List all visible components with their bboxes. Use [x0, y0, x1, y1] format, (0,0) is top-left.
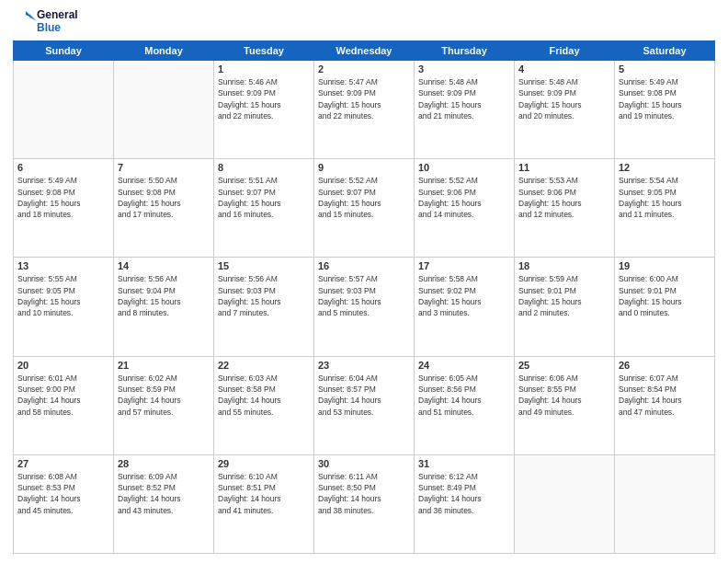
day-info: Sunrise: 5:48 AM Sunset: 9:09 PM Dayligh… — [518, 76, 610, 121]
day-info: Sunrise: 5:58 AM Sunset: 9:02 PM Dayligh… — [418, 273, 510, 318]
calendar-cell — [14, 61, 114, 159]
logo-text-block: General Blue — [37, 9, 78, 35]
calendar-body: 1Sunrise: 5:46 AM Sunset: 9:09 PM Daylig… — [14, 61, 715, 554]
day-number: 18 — [518, 260, 610, 271]
calendar-cell: 1Sunrise: 5:46 AM Sunset: 9:09 PM Daylig… — [214, 61, 314, 159]
day-number: 17 — [418, 260, 510, 271]
day-info: Sunrise: 5:53 AM Sunset: 9:06 PM Dayligh… — [518, 175, 610, 220]
calendar-cell — [615, 454, 715, 553]
weekday-header: Sunday — [14, 41, 114, 61]
calendar-cell: 5Sunrise: 5:49 AM Sunset: 9:08 PM Daylig… — [615, 61, 715, 159]
calendar-cell — [114, 61, 214, 159]
calendar-week-row: 20Sunrise: 6:01 AM Sunset: 9:00 PM Dayli… — [14, 356, 715, 454]
day-number: 21 — [118, 360, 210, 371]
day-number: 9 — [318, 162, 410, 173]
day-info: Sunrise: 6:05 AM Sunset: 8:56 PM Dayligh… — [418, 373, 510, 418]
day-number: 8 — [218, 162, 310, 173]
day-info: Sunrise: 5:47 AM Sunset: 9:09 PM Dayligh… — [318, 76, 410, 121]
calendar-cell: 12Sunrise: 5:54 AM Sunset: 9:05 PM Dayli… — [615, 159, 715, 258]
calendar-cell: 3Sunrise: 5:48 AM Sunset: 9:09 PM Daylig… — [415, 61, 515, 159]
calendar-cell: 2Sunrise: 5:47 AM Sunset: 9:09 PM Daylig… — [314, 61, 415, 159]
day-info: Sunrise: 5:56 AM Sunset: 9:04 PM Dayligh… — [118, 273, 210, 318]
calendar-cell: 7Sunrise: 5:50 AM Sunset: 9:08 PM Daylig… — [114, 159, 214, 258]
day-info: Sunrise: 6:06 AM Sunset: 8:55 PM Dayligh… — [518, 373, 610, 418]
calendar-cell: 13Sunrise: 5:55 AM Sunset: 9:05 PM Dayli… — [14, 258, 114, 356]
calendar-week-row: 1Sunrise: 5:46 AM Sunset: 9:09 PM Daylig… — [14, 61, 715, 159]
day-number: 26 — [619, 360, 711, 371]
day-number: 1 — [218, 63, 310, 75]
day-number: 10 — [418, 162, 510, 173]
day-info: Sunrise: 5:48 AM Sunset: 9:09 PM Dayligh… — [418, 76, 510, 121]
day-info: Sunrise: 6:01 AM Sunset: 9:00 PM Dayligh… — [17, 373, 109, 418]
calendar-week-row: 27Sunrise: 6:08 AM Sunset: 8:53 PM Dayli… — [14, 454, 715, 553]
day-info: Sunrise: 6:09 AM Sunset: 8:52 PM Dayligh… — [118, 471, 210, 516]
calendar-cell: 23Sunrise: 6:04 AM Sunset: 8:57 PM Dayli… — [314, 356, 415, 454]
weekday-header: Wednesday — [314, 41, 415, 61]
weekday-row: SundayMondayTuesdayWednesdayThursdayFrid… — [14, 41, 715, 61]
day-number: 28 — [118, 458, 210, 469]
day-info: Sunrise: 6:03 AM Sunset: 8:58 PM Dayligh… — [218, 373, 310, 418]
weekday-header: Monday — [114, 41, 214, 61]
day-number: 29 — [218, 458, 310, 469]
day-number: 4 — [518, 63, 610, 75]
day-info: Sunrise: 6:12 AM Sunset: 8:49 PM Dayligh… — [418, 471, 510, 516]
day-info: Sunrise: 6:11 AM Sunset: 8:50 PM Dayligh… — [318, 471, 410, 516]
day-number: 15 — [218, 260, 310, 271]
calendar-cell: 10Sunrise: 5:52 AM Sunset: 9:06 PM Dayli… — [415, 159, 515, 258]
weekday-header: Saturday — [615, 41, 715, 61]
day-number: 22 — [218, 360, 310, 371]
day-number: 31 — [418, 458, 510, 469]
calendar-cell: 30Sunrise: 6:11 AM Sunset: 8:50 PM Dayli… — [314, 454, 415, 553]
day-number: 11 — [518, 162, 610, 173]
logo-container: General Blue — [13, 9, 78, 35]
logo-blue-text: Blue — [37, 22, 78, 35]
header: General Blue — [13, 9, 715, 35]
calendar-cell: 22Sunrise: 6:03 AM Sunset: 8:58 PM Dayli… — [214, 356, 314, 454]
calendar-header: SundayMondayTuesdayWednesdayThursdayFrid… — [14, 41, 715, 61]
day-number: 27 — [17, 458, 109, 469]
logo: General Blue — [13, 9, 78, 35]
weekday-header: Tuesday — [214, 41, 314, 61]
day-info: Sunrise: 5:51 AM Sunset: 9:07 PM Dayligh… — [218, 175, 310, 220]
calendar-cell: 11Sunrise: 5:53 AM Sunset: 9:06 PM Dayli… — [515, 159, 615, 258]
day-info: Sunrise: 5:52 AM Sunset: 9:06 PM Dayligh… — [418, 175, 510, 220]
day-number: 30 — [318, 458, 410, 469]
day-number: 3 — [418, 63, 510, 75]
day-info: Sunrise: 5:54 AM Sunset: 9:05 PM Dayligh… — [619, 175, 711, 220]
day-number: 12 — [619, 162, 711, 173]
page: General Blue SundayMondayTuesdayWednesda… — [0, 0, 728, 563]
day-number: 13 — [17, 260, 109, 271]
day-info: Sunrise: 5:52 AM Sunset: 9:07 PM Dayligh… — [318, 175, 410, 220]
day-info: Sunrise: 6:10 AM Sunset: 8:51 PM Dayligh… — [218, 471, 310, 516]
day-info: Sunrise: 5:56 AM Sunset: 9:03 PM Dayligh… — [218, 273, 310, 318]
calendar-cell: 20Sunrise: 6:01 AM Sunset: 9:00 PM Dayli… — [14, 356, 114, 454]
calendar-cell: 17Sunrise: 5:58 AM Sunset: 9:02 PM Dayli… — [415, 258, 515, 356]
calendar-cell: 9Sunrise: 5:52 AM Sunset: 9:07 PM Daylig… — [314, 159, 415, 258]
day-number: 24 — [418, 360, 510, 371]
day-number: 7 — [118, 162, 210, 173]
calendar-cell: 31Sunrise: 6:12 AM Sunset: 8:49 PM Dayli… — [415, 454, 515, 553]
calendar-cell: 24Sunrise: 6:05 AM Sunset: 8:56 PM Dayli… — [415, 356, 515, 454]
day-info: Sunrise: 5:50 AM Sunset: 9:08 PM Dayligh… — [118, 175, 210, 220]
day-number: 19 — [619, 260, 711, 271]
calendar-cell: 21Sunrise: 6:02 AM Sunset: 8:59 PM Dayli… — [114, 356, 214, 454]
day-info: Sunrise: 5:59 AM Sunset: 9:01 PM Dayligh… — [518, 273, 610, 318]
day-number: 23 — [318, 360, 410, 371]
day-info: Sunrise: 5:49 AM Sunset: 9:08 PM Dayligh… — [619, 76, 711, 121]
calendar-cell — [515, 454, 615, 553]
calendar-cell: 8Sunrise: 5:51 AM Sunset: 9:07 PM Daylig… — [214, 159, 314, 258]
calendar-cell: 19Sunrise: 6:00 AM Sunset: 9:01 PM Dayli… — [615, 258, 715, 356]
calendar-cell: 6Sunrise: 5:49 AM Sunset: 9:08 PM Daylig… — [14, 159, 114, 258]
calendar-cell: 29Sunrise: 6:10 AM Sunset: 8:51 PM Dayli… — [214, 454, 314, 553]
day-number: 16 — [318, 260, 410, 271]
day-number: 2 — [318, 63, 410, 75]
day-info: Sunrise: 5:55 AM Sunset: 9:05 PM Dayligh… — [17, 273, 109, 318]
day-info: Sunrise: 6:00 AM Sunset: 9:01 PM Dayligh… — [619, 273, 711, 318]
day-info: Sunrise: 6:07 AM Sunset: 8:54 PM Dayligh… — [619, 373, 711, 418]
weekday-header: Thursday — [415, 41, 515, 61]
calendar-cell: 27Sunrise: 6:08 AM Sunset: 8:53 PM Dayli… — [14, 454, 114, 553]
day-number: 25 — [518, 360, 610, 371]
day-number: 6 — [17, 162, 109, 173]
logo-svg — [13, 9, 37, 35]
day-info: Sunrise: 5:46 AM Sunset: 9:09 PM Dayligh… — [218, 76, 310, 121]
